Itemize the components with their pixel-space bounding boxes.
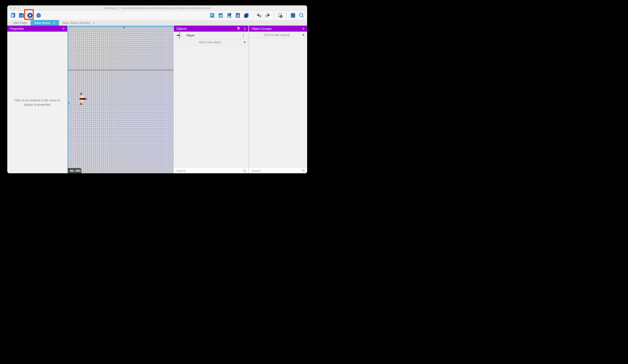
close-panel-icon[interactable]: ✕ <box>62 27 65 30</box>
maximize-window-icon[interactable] <box>18 7 20 9</box>
search-icon[interactable] <box>243 169 246 173</box>
add-group-label: Click to add a group <box>251 33 302 37</box>
undo-icon[interactable] <box>256 12 262 18</box>
objects-panel-empty-space <box>174 45 248 168</box>
properties-hint: Click on an instance in the scene to dis… <box>7 32 67 173</box>
close-tab-icon[interactable]: ✕ <box>53 21 55 24</box>
player-instance[interactable] <box>79 93 88 105</box>
objects-search-input[interactable] <box>176 169 243 173</box>
horizontal-scrollbar[interactable] <box>68 26 173 27</box>
close-panel-icon[interactable]: ✕ <box>243 27 246 30</box>
toolbar-left-group <box>10 12 42 18</box>
add-object-label: Add a new object <box>176 41 243 44</box>
objects-search-row <box>174 168 248 173</box>
start-page-icon[interactable] <box>18 12 25 18</box>
object-menu-icon[interactable]: ⋮ <box>240 34 246 37</box>
add-group-row[interactable]: Click to add a group + <box>249 32 307 39</box>
gdevelop-window: GDevelop 5 - /Users/dkarakay/Documents/G… <box>7 5 307 173</box>
toolbar-separator <box>287 12 287 18</box>
add-object-row[interactable]: Add a new object + <box>174 39 248 45</box>
traffic-lights <box>10 7 20 9</box>
objects-panel-header: Objects ✕ <box>174 26 248 32</box>
vertical-scrollbar[interactable] <box>68 26 68 173</box>
toggle-mask-icon[interactable] <box>277 12 283 18</box>
tab-start-page[interactable]: Start Page <box>9 20 31 26</box>
toolbar-right-group: 1:1 <box>209 12 305 18</box>
tab-label: Start Page <box>13 21 27 25</box>
main-toolbar: 1:1 <box>7 11 307 20</box>
close-tab-icon[interactable]: ✕ <box>93 21 95 24</box>
add-object-icon[interactable] <box>209 12 215 18</box>
tab-base-scene[interactable]: Base Scene ✕ <box>31 20 59 26</box>
edit-scene-properties-icon[interactable] <box>226 12 232 18</box>
object-groups-icon[interactable] <box>218 12 224 18</box>
tab-label: Base Scene <box>34 21 50 25</box>
zoom-1-1-icon[interactable]: 1:1 <box>298 12 305 18</box>
title-bar: GDevelop 5 - /Users/dkarakay/Documents/G… <box>7 5 307 11</box>
panel-title: Properties <box>10 27 24 30</box>
play-preview-icon[interactable] <box>27 12 33 18</box>
window-title: GDevelop 5 - /Users/dkarakay/Documents/G… <box>104 6 211 9</box>
debug-icon[interactable] <box>35 12 42 18</box>
scene-axis-line <box>68 70 173 70</box>
objects-panel: Objects ✕ Player ⋮ Add a new object + <box>174 26 248 173</box>
scene-canvas[interactable]: -92;-453 <box>68 26 173 173</box>
object-name: Player <box>186 34 240 37</box>
redo-icon[interactable] <box>264 12 271 18</box>
filter-icon[interactable] <box>237 27 240 30</box>
object-groups-search-row <box>249 168 307 173</box>
instances-list-icon[interactable] <box>235 12 241 18</box>
close-panel-icon[interactable]: ✕ <box>302 27 305 30</box>
plus-icon[interactable]: + <box>243 40 246 44</box>
panel-title: Objects <box>176 27 187 30</box>
editor-tab-bar: Start Page Base Scene ✕ Base Scene (Even… <box>7 20 307 26</box>
minimize-window-icon[interactable] <box>14 7 16 9</box>
plus-icon[interactable]: + <box>302 33 305 37</box>
toggle-grid-icon[interactable] <box>290 12 296 18</box>
object-groups-panel-header: Object Groups ✕ <box>249 26 307 32</box>
object-row-player[interactable]: Player ⋮ <box>174 32 248 39</box>
object-groups-panel: Object Groups ✕ Click to add a group + <box>249 26 307 173</box>
tab-label: Base Scene (Events) <box>63 21 90 25</box>
search-icon[interactable] <box>302 169 305 173</box>
tab-base-scene-events[interactable]: Base Scene (Events) ✕ <box>59 20 99 26</box>
cursor-coordinates-badge: -92;-453 <box>68 168 81 173</box>
vertical-scroll-thumb[interactable] <box>68 102 70 104</box>
toolbar-separator <box>274 12 274 18</box>
player-sprite-thumbnail <box>176 32 180 39</box>
zoom-ratio-label: 1:1 <box>300 14 302 16</box>
properties-panel-header: Properties ✕ <box>7 26 67 32</box>
properties-panel: Properties ✕ Click on an instance in the… <box>7 26 67 173</box>
close-window-icon[interactable] <box>10 7 12 9</box>
panel-title: Object Groups <box>251 27 272 30</box>
layers-icon[interactable] <box>243 12 249 18</box>
object-groups-search-input[interactable] <box>251 169 302 173</box>
main-area: Properties ✕ Click on an instance in the… <box>7 26 307 173</box>
horizontal-scroll-thumb[interactable] <box>123 26 125 28</box>
object-groups-empty-space <box>249 39 307 168</box>
project-manager-icon[interactable] <box>10 12 16 18</box>
